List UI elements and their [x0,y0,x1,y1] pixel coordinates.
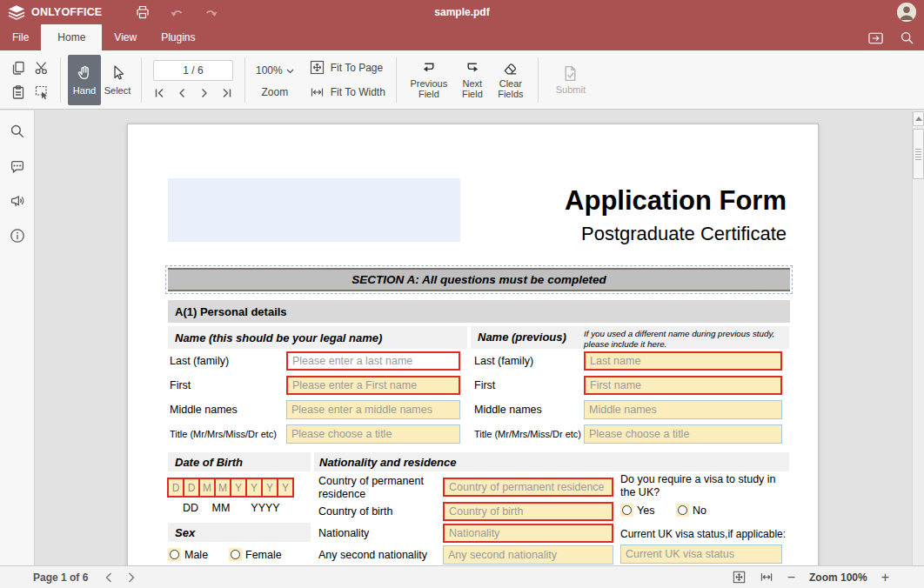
scroll-up-button[interactable] [913,111,924,126]
previous-middle-names-input[interactable] [584,400,782,419]
statusbar-zoom-label[interactable]: Zoom 100% [809,571,867,584]
dob-cell[interactable]: D [167,478,184,498]
radio-circle-icon [678,505,687,515]
sex-male-radio[interactable]: Male [168,548,208,561]
country-birth-input[interactable] [443,502,613,521]
sex-female-radio[interactable]: Female [229,548,282,561]
name-legal-header: Name (this should be your legal name) [168,326,467,349]
tab-plugins[interactable]: Plugins [149,24,207,50]
sidebar-search-button[interactable] [7,123,28,140]
toolbar-separator [396,57,397,103]
toolbar-separator [244,57,245,103]
next-page-button[interactable] [198,86,211,100]
cut-button[interactable] [30,56,53,79]
fit-to-width-label: Fit To Width [331,86,385,98]
sidebar-comments-button[interactable] [7,157,28,175]
field-label: Title (Mr/Mrs/Miss/Dr etc) [170,429,277,439]
tab-view[interactable]: View [102,24,149,50]
visa-no-radio[interactable]: No [676,504,706,517]
paste-button[interactable] [7,80,30,104]
fit-to-page-button[interactable]: Fit To Page [306,58,389,77]
zoom-in-button[interactable]: + [881,571,889,585]
search-button[interactable] [894,27,919,48]
visa-status-input[interactable] [620,545,782,564]
previous-title-select[interactable] [584,424,782,444]
visa-yes-label: Yes [637,504,654,517]
second-nationality-input[interactable] [443,545,613,565]
last-page-button[interactable] [220,86,234,100]
sidebar-about-button[interactable] [7,227,28,244]
next-field-button[interactable]: Next Field [454,60,491,99]
radio-circle-icon [231,550,240,559]
zoom-dropdown[interactable]: 100% [256,61,294,80]
undo-button[interactable] [164,2,191,23]
field-label: First [170,379,191,391]
print-button[interactable] [130,2,156,23]
print-icon [135,4,151,20]
select-area-button[interactable] [30,80,53,104]
document-viewport[interactable]: Application Form Postgraduate Certificat… [36,110,912,565]
country-residence-input[interactable] [443,478,613,497]
page-number-input[interactable] [153,60,233,81]
scrollbar-grip [915,149,921,162]
clear-fields-button[interactable]: Clear Fields [491,60,531,99]
dob-cell[interactable]: D [183,478,200,498]
statusbar-fit-to-page-button[interactable] [733,571,746,584]
info-icon [10,228,25,244]
zoom-out-button[interactable]: − [787,571,795,585]
previous-page-button[interactable] [175,86,189,100]
submit-button[interactable]: Submit [546,65,596,95]
hand-tool-button[interactable]: Hand [68,55,101,105]
visa-yes-radio[interactable]: Yes [620,504,654,517]
field-label: Country of permanent residence [318,475,439,500]
title-select[interactable] [286,424,460,444]
tab-home[interactable]: Home [41,24,102,50]
dob-header: Date of Birth [168,452,311,471]
previous-last-name-input[interactable] [584,351,782,371]
dob-cell[interactable]: Y [261,478,278,498]
first-page-button[interactable] [152,86,166,100]
dob-cell[interactable]: M [198,478,216,498]
field-label: Last (family) [474,355,533,367]
select-tool-button[interactable]: Select [101,55,134,105]
dob-cell[interactable]: M [214,478,231,498]
subsection-a1-header: A(1) Personal details [168,300,790,323]
fit-to-page-icon [310,60,325,75]
statusbar-previous-page-button[interactable] [104,571,114,584]
dob-cell[interactable]: Y [245,478,263,498]
dob-cell[interactable]: Y [230,478,247,498]
sidebar-feedback-button[interactable] [7,192,28,210]
onlyoffice-pdf-editor: ONLYOFFICE sample.pdf File Home View Plu… [0,0,924,588]
first-name-input[interactable] [286,376,460,395]
titlebar: ONLYOFFICE sample.pdf [0,0,924,24]
previous-field-button[interactable]: Previous Field [404,60,454,99]
dob-cell[interactable]: Y [277,478,294,498]
dob-format-yyyy: YYYY [246,502,285,514]
user-avatar[interactable] [897,3,916,22]
nationality-input[interactable] [443,524,613,543]
redo-button[interactable] [198,2,224,23]
tab-file[interactable]: File [0,24,41,50]
page-navigation-group [152,60,234,100]
open-file-location-button[interactable] [863,27,887,48]
dob-format-mm: MM [208,502,234,514]
previous-field-label: Previous Field [404,78,454,99]
last-name-input[interactable] [286,351,460,371]
select-area-icon [34,84,50,100]
previous-first-name-input[interactable] [584,376,782,395]
zoom-group: 100% Zoom [256,61,294,98]
sex-header: Sex [168,523,311,542]
middle-names-input[interactable] [286,400,460,419]
copy-button[interactable] [7,56,30,79]
radio-highlight [229,548,242,561]
dob-format-dd: DD [177,502,204,514]
statusbar-fit-to-width-button[interactable] [760,571,773,584]
redo-icon [203,6,218,19]
chevron-down-icon [286,68,294,74]
fit-to-width-button[interactable]: Fit To Width [306,83,389,102]
dob-comb-field[interactable]: D D M M Y Y Y Y [167,478,292,498]
scrollbar-thumb[interactable] [913,129,924,179]
tabbar: File Home View Plugins [0,24,924,50]
statusbar-next-page-button[interactable] [126,571,137,584]
vertical-scrollbar[interactable] [912,110,924,565]
